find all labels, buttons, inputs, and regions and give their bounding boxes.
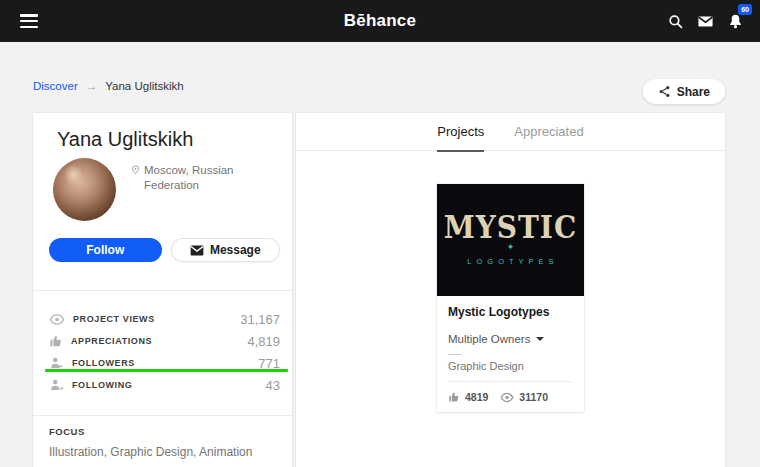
stat-value: 31,167 (240, 312, 280, 327)
share-button[interactable]: Share (643, 79, 725, 104)
tab-bar: Projects Appreciated (296, 113, 725, 151)
profile-card: Yana Uglitskikh Moscow, Russian Federati… (33, 113, 292, 467)
bell-icon[interactable] (727, 13, 744, 30)
thumbs-up-icon (49, 334, 63, 348)
artwork-subtitle: LOGOTYPES (462, 257, 558, 266)
profile-location: Moscow, Russian Federation (130, 163, 280, 193)
stat-value: 4,819 (247, 334, 280, 349)
message-button-label: Message (210, 243, 261, 257)
mini-divider (448, 354, 461, 355)
appreciation-count: 4819 (465, 391, 488, 403)
project-thumbnail[interactable]: MYSTIC ✦ LOGOTYPES (437, 184, 584, 296)
stat-value: 43 (266, 378, 280, 393)
share-icon (658, 85, 671, 98)
breadcrumb: Discover → Yana Uglitskikh (33, 80, 184, 92)
stat-label: APPRECIATIONS (71, 336, 152, 346)
project-category[interactable]: Graphic Design (448, 360, 573, 382)
mail-icon[interactable] (697, 13, 714, 30)
notification-badge: 60 (738, 4, 752, 15)
owners-dropdown[interactable]: Multiple Owners (448, 333, 573, 345)
breadcrumb-discover-link[interactable]: Discover (33, 80, 78, 92)
divider (33, 290, 292, 291)
share-button-label: Share (677, 85, 710, 99)
owners-label: Multiple Owners (448, 333, 530, 345)
eye-icon (500, 392, 514, 403)
project-card[interactable]: MYSTIC ✦ LOGOTYPES Mystic Logotypes Mult… (437, 184, 584, 412)
view-count: 31170 (519, 391, 548, 403)
location-pin-icon (130, 164, 141, 175)
stat-label: PROJECT VIEWS (73, 314, 155, 324)
stat-label: FOLLOWING (72, 380, 132, 390)
following-icon (49, 378, 64, 393)
artwork-title: MYSTIC (444, 212, 577, 244)
stat-row-appreciations[interactable]: APPRECIATIONS 4,819 (49, 330, 280, 352)
message-envelope-icon (190, 245, 204, 256)
projects-panel: Projects Appreciated MYSTIC ✦ LOGOTYPES … (296, 113, 725, 467)
divider (33, 415, 292, 416)
profile-stats: PROJECT VIEWS 31,167 APPRECIATIONS 4,819… (49, 308, 280, 396)
caret-down-icon (536, 337, 544, 341)
location-text: Moscow, Russian Federation (144, 163, 280, 193)
focus-section: FOCUS Illustration, Graphic Design, Anim… (49, 426, 280, 459)
search-icon[interactable] (667, 13, 684, 30)
breadcrumb-current: Yana Uglitskikh (105, 80, 183, 92)
stat-row-following[interactable]: FOLLOWING 43 (49, 374, 280, 396)
tab-appreciated[interactable]: Appreciated (514, 113, 583, 151)
message-button[interactable]: Message (171, 238, 281, 262)
stat-row-project-views[interactable]: PROJECT VIEWS 31,167 (49, 308, 280, 330)
profile-name: Yana Uglitskikh (33, 113, 292, 151)
top-navbar: Bēhance 60 (0, 0, 760, 42)
focus-label: FOCUS (49, 426, 280, 437)
behance-logo[interactable]: Bēhance (0, 11, 760, 31)
tab-projects[interactable]: Projects (437, 113, 484, 151)
project-title[interactable]: Mystic Logotypes (448, 305, 573, 319)
stat-label: FOLLOWERS (72, 358, 135, 368)
project-card-stats: 4819 31170 (448, 391, 573, 403)
focus-value: Illustration, Graphic Design, Animation (49, 445, 280, 459)
avatar (53, 158, 116, 221)
follow-button[interactable]: Follow (49, 238, 162, 262)
annotation-underline (45, 369, 288, 372)
thumbs-up-icon (448, 391, 460, 403)
breadcrumb-arrow-icon: → (86, 80, 98, 92)
eye-icon (49, 313, 65, 326)
